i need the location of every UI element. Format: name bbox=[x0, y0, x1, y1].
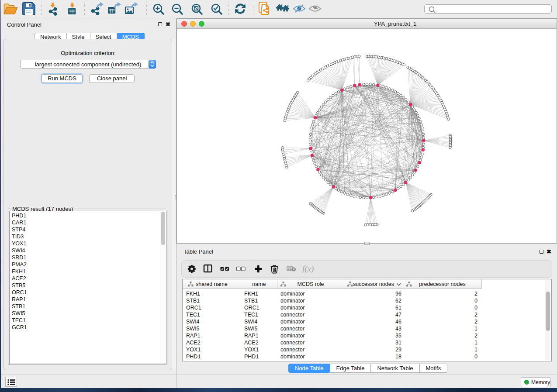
svg-text:f(x): f(x) bbox=[302, 264, 314, 274]
